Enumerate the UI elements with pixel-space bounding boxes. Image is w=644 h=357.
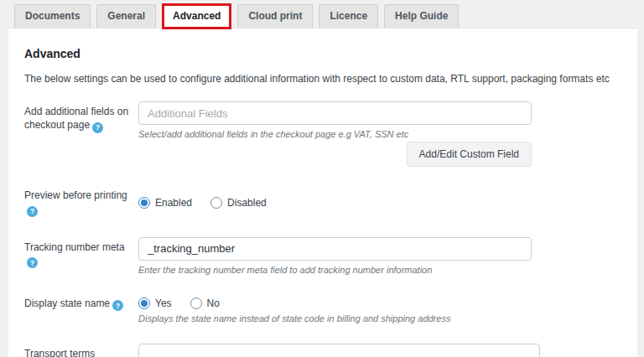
help-icon[interactable]: ? xyxy=(92,122,103,133)
state-name-helper: Displays the state name instead of state… xyxy=(138,313,637,323)
transport-terms-control xyxy=(138,344,637,357)
preview-label-text: Preview before printing xyxy=(24,189,127,201)
tab-licence[interactable]: Licence xyxy=(319,4,378,28)
transport-terms-textarea[interactable] xyxy=(138,344,540,357)
transport-terms-label: Transport terms xyxy=(24,344,138,357)
radio-checked-icon[interactable] xyxy=(138,197,150,209)
advanced-settings-panel: Advanced The below settings can be used … xyxy=(8,28,637,357)
state-radio-group: Yes No xyxy=(138,295,637,309)
preview-radio-group: Enabled Disabled xyxy=(138,187,637,217)
page-description: The below settings can be used to config… xyxy=(24,73,637,85)
transport-terms-label-text: Transport terms xyxy=(24,348,95,357)
button-row: Add/Edit Custom Field xyxy=(138,142,532,167)
additional-fields-helper: Select/add additional fields in the chec… xyxy=(138,129,637,139)
additional-fields-label-text: Add additional fields on checkout page xyxy=(24,106,128,131)
preview-label: Preview before printing? xyxy=(24,187,138,217)
state-name-label: Display state name? xyxy=(24,295,138,323)
radio-unchecked-icon[interactable] xyxy=(190,298,202,309)
row-display-state-name: Display state name? Yes No Displays the xyxy=(24,295,637,323)
row-preview-before-printing: Preview before printing? Enabled Disable… xyxy=(24,187,637,217)
radio-option-enabled[interactable]: Enabled xyxy=(138,197,192,209)
tracking-control: Enter the tracking number meta field to … xyxy=(138,237,637,275)
tab-general[interactable]: General xyxy=(96,4,156,28)
radio-option-no[interactable]: No xyxy=(190,298,220,309)
tracking-helper: Enter the tracking number meta field to … xyxy=(138,265,637,275)
help-icon[interactable]: ? xyxy=(112,300,123,311)
row-tracking-number-meta: Tracking number meta? Enter the tracking… xyxy=(24,237,637,275)
row-additional-fields: Add additional fields on checkout page? … xyxy=(24,101,637,167)
tracking-label: Tracking number meta? xyxy=(24,237,138,275)
tab-cloud-print[interactable]: Cloud print xyxy=(237,4,313,28)
radio-unchecked-icon[interactable] xyxy=(210,197,222,209)
radio-option-label: No xyxy=(207,298,220,309)
settings-form: Add additional fields on checkout page? … xyxy=(16,101,637,357)
additional-fields-input[interactable] xyxy=(138,101,532,125)
radio-option-yes[interactable]: Yes xyxy=(138,298,172,309)
radio-option-label: Enabled xyxy=(155,197,192,209)
settings-page: Documents General Advanced Cloud print L… xyxy=(8,0,637,357)
additional-fields-label: Add additional fields on checkout page? xyxy=(24,101,138,167)
radio-option-label: Yes xyxy=(155,298,172,309)
tab-advanced[interactable]: Advanced xyxy=(162,3,231,29)
tab-documents[interactable]: Documents xyxy=(14,4,91,28)
tab-bar: Documents General Advanced Cloud print L… xyxy=(8,0,637,28)
add-edit-custom-field-button[interactable]: Add/Edit Custom Field xyxy=(407,142,532,167)
row-transport-terms: Transport terms xyxy=(24,344,637,357)
state-name-label-text: Display state name xyxy=(24,298,110,309)
help-icon[interactable]: ? xyxy=(27,257,38,268)
state-name-control: Yes No Displays the state name instead o… xyxy=(138,295,637,323)
radio-option-disabled[interactable]: Disabled xyxy=(210,197,267,209)
help-icon[interactable]: ? xyxy=(27,206,38,217)
page-title: Advanced xyxy=(24,47,637,60)
tracking-label-text: Tracking number meta xyxy=(24,241,125,253)
tab-help-guide[interactable]: Help Guide xyxy=(384,4,459,28)
additional-fields-control: Select/add additional fields in the chec… xyxy=(138,101,637,167)
radio-option-label: Disabled xyxy=(227,197,267,209)
radio-checked-icon[interactable] xyxy=(138,298,150,309)
tracking-number-meta-input[interactable] xyxy=(138,237,532,261)
